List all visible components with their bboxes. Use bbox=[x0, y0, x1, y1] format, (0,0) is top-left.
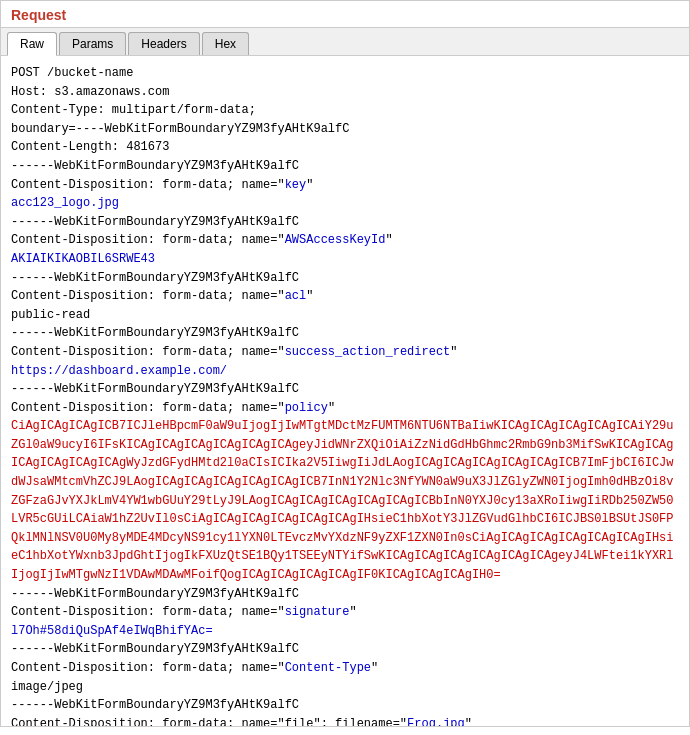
content-line: boundary=----WebKitFormBoundaryYZ9M3fyAH… bbox=[11, 120, 679, 139]
panel-title: Request bbox=[1, 1, 689, 28]
content-line: Content-Disposition: form-data; name="ke… bbox=[11, 176, 679, 195]
request-content: POST /bucket-name Host: s3.amazonaws.com… bbox=[1, 56, 689, 726]
content-line: ------WebKitFormBoundaryYZ9M3fyAHtK9alfC bbox=[11, 213, 679, 232]
content-line: ------WebKitFormBoundaryYZ9M3fyAHtK9alfC bbox=[11, 269, 679, 288]
content-line: l7Oh#58diQuSpAf4eIWqBhifYAc= bbox=[11, 622, 679, 641]
content-line: CiAgICAgICAgICB7ICJleHBpcmF0aW9uIjogIjIw… bbox=[11, 417, 679, 584]
content-line: https://dashboard.example.com/ bbox=[11, 362, 679, 381]
content-line: Content-Disposition: form-data; name="AW… bbox=[11, 231, 679, 250]
content-line: ------WebKitFormBoundaryYZ9M3fyAHtK9alfC bbox=[11, 380, 679, 399]
content-line: Host: s3.amazonaws.com bbox=[11, 83, 679, 102]
content-line: Content-Length: 481673 bbox=[11, 138, 679, 157]
content-line: ------WebKitFormBoundaryYZ9M3fyAHtK9alfC bbox=[11, 640, 679, 659]
tab-raw[interactable]: Raw bbox=[7, 32, 57, 56]
content-line: Content-Disposition: form-data; name="su… bbox=[11, 343, 679, 362]
request-panel: Request Raw Params Headers Hex POST /buc… bbox=[0, 0, 690, 727]
content-line: AKIAIKIKAOBIL6SRWE43 bbox=[11, 250, 679, 269]
content-line: Content-Type: multipart/form-data; bbox=[11, 101, 679, 120]
content-line: ------WebKitFormBoundaryYZ9M3fyAHtK9alfC bbox=[11, 585, 679, 604]
content-line: ------WebKitFormBoundaryYZ9M3fyAHtK9alfC bbox=[11, 324, 679, 343]
content-line: Content-Disposition: form-data; name="Co… bbox=[11, 659, 679, 678]
content-line: ------WebKitFormBoundaryYZ9M3fyAHtK9alfC bbox=[11, 157, 679, 176]
content-line: Content-Disposition: form-data; name="po… bbox=[11, 399, 679, 418]
tab-params[interactable]: Params bbox=[59, 32, 126, 55]
content-line: Content-Disposition: form-data; name="ac… bbox=[11, 287, 679, 306]
content-line: image/jpeg bbox=[11, 678, 679, 697]
tab-bar: Raw Params Headers Hex bbox=[1, 28, 689, 56]
tab-headers[interactable]: Headers bbox=[128, 32, 199, 55]
tab-hex[interactable]: Hex bbox=[202, 32, 249, 55]
content-line: Content-Disposition: form-data; name="fi… bbox=[11, 715, 679, 726]
content-line: public-read bbox=[11, 306, 679, 325]
content-line: acc123_logo.jpg bbox=[11, 194, 679, 213]
content-line: ------WebKitFormBoundaryYZ9M3fyAHtK9alfC bbox=[11, 696, 679, 715]
content-line: Content-Disposition: form-data; name="si… bbox=[11, 603, 679, 622]
content-line: POST /bucket-name bbox=[11, 64, 679, 83]
